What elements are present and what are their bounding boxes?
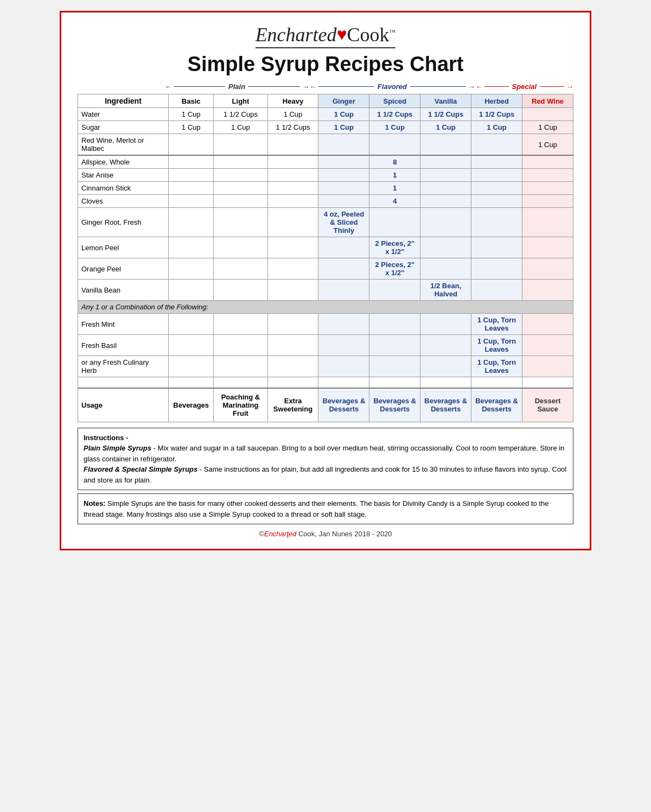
table-cell bbox=[168, 195, 213, 208]
table-cell bbox=[369, 356, 420, 377]
logo-encharted: Encharted bbox=[256, 24, 337, 46]
table-row: Ginger Root, Fresh4 oz, Peeled & Sliced … bbox=[78, 208, 573, 237]
table-cell bbox=[522, 155, 573, 169]
th-herbed: Herbed bbox=[471, 94, 522, 108]
main-table: Ingredient Basic Light Heavy Ginger Spic… bbox=[78, 94, 573, 422]
table-cell bbox=[168, 134, 213, 156]
table-cell bbox=[420, 314, 471, 335]
table-cell: Cloves bbox=[78, 195, 169, 208]
table-cell bbox=[267, 237, 318, 258]
table-cell bbox=[522, 208, 573, 237]
flavored-arrow: ← Flavored → bbox=[309, 83, 475, 91]
table-cell bbox=[471, 237, 522, 258]
usage-cell: Extra Sweetening bbox=[267, 388, 318, 422]
table-cell bbox=[318, 134, 369, 156]
table-cell bbox=[214, 314, 267, 335]
table-cell bbox=[214, 258, 267, 280]
table-cell bbox=[168, 208, 213, 237]
table-cell bbox=[420, 237, 471, 258]
table-cell: Red Wine, Merlot or Malbec bbox=[78, 134, 169, 156]
logo-heart: ♥ bbox=[337, 24, 347, 44]
table-cell: Allspice, Whole bbox=[78, 155, 169, 169]
table-cell bbox=[214, 280, 267, 301]
table-cell bbox=[168, 356, 213, 377]
table-cell: 1 Cup bbox=[214, 121, 267, 134]
table-cell bbox=[522, 335, 573, 356]
table-cell bbox=[267, 280, 318, 301]
table-cell bbox=[471, 280, 522, 301]
arrow-row: ← Plain → ← Flavored → ← Special → bbox=[78, 83, 573, 94]
table-row: Sugar1 Cup1 Cup1 1/2 Cups1 Cup1 Cup1 Cup… bbox=[78, 121, 573, 134]
table-cell bbox=[168, 314, 213, 335]
herb-row: or any Fresh Culinary Herb1 Cup, Torn Le… bbox=[78, 356, 573, 377]
spacer-cell bbox=[471, 377, 522, 388]
spacer-cell bbox=[214, 377, 267, 388]
table-cell bbox=[168, 182, 213, 195]
table-cell bbox=[318, 169, 369, 182]
logo: Encharted♥Cook™ bbox=[256, 23, 396, 48]
table-cell: 1 bbox=[369, 169, 420, 182]
table-row: Water1 Cup1 1/2 Cups1 Cup1 Cup1 1/2 Cups… bbox=[78, 108, 573, 121]
instructions-box: Instructions - Plain Simple Syrups - Mix… bbox=[78, 428, 573, 491]
section-note-row: Any 1 or a Combination of the Following: bbox=[78, 301, 573, 314]
table-cell: 1 Cup bbox=[168, 121, 213, 134]
table-cell: Lemon Peel bbox=[78, 237, 169, 258]
table-cell bbox=[420, 258, 471, 280]
usage-cell: Poaching & Marinating Fruit bbox=[214, 388, 267, 422]
table-cell bbox=[318, 237, 369, 258]
table-cell: 1 Cup bbox=[420, 121, 471, 134]
notes-box: Notes: Simple Syrups are the basis for m… bbox=[78, 493, 573, 524]
table-cell bbox=[420, 208, 471, 237]
table-cell bbox=[214, 335, 267, 356]
table-cell bbox=[267, 195, 318, 208]
table-cell bbox=[267, 134, 318, 156]
table-cell bbox=[318, 280, 369, 301]
table-cell bbox=[471, 258, 522, 280]
table-cell bbox=[420, 335, 471, 356]
table-cell bbox=[214, 237, 267, 258]
table-cell: 1 Cup bbox=[522, 134, 573, 156]
page: Encharted♥Cook™ Simple Syrup Recipes Cha… bbox=[60, 11, 591, 550]
table-cell bbox=[522, 356, 573, 377]
table-cell: 1 1/2 Cups bbox=[267, 121, 318, 134]
table-cell: or any Fresh Culinary Herb bbox=[78, 356, 169, 377]
table-cell: Orange Peel bbox=[78, 258, 169, 280]
table-cell bbox=[522, 195, 573, 208]
table-cell: 8 bbox=[369, 155, 420, 169]
table-cell bbox=[522, 280, 573, 301]
logo-cook: Cook bbox=[347, 24, 390, 46]
table-cell bbox=[471, 182, 522, 195]
table-cell bbox=[267, 208, 318, 237]
th-vanilla: Vanilla bbox=[420, 94, 471, 108]
table-cell bbox=[420, 182, 471, 195]
table-cell bbox=[471, 195, 522, 208]
table-cell: 1 bbox=[369, 182, 420, 195]
spacer-cell bbox=[267, 377, 318, 388]
table-cell bbox=[214, 208, 267, 237]
th-redwine: Red Wine bbox=[522, 94, 573, 108]
table-row: Lemon Peel2 Pieces, 2" x 1/2" bbox=[78, 237, 573, 258]
table-cell: 1 Cup bbox=[168, 108, 213, 121]
table-cell bbox=[267, 335, 318, 356]
table-cell: 1 1/2 Cups bbox=[214, 108, 267, 121]
footer-copyright: ©Encharted Cook, Jan Nunes 2018 - 2020 bbox=[259, 530, 392, 538]
table-cell bbox=[420, 134, 471, 156]
instructions-title: Instructions - bbox=[84, 434, 128, 442]
table-cell bbox=[420, 169, 471, 182]
table-cell bbox=[168, 169, 213, 182]
table-cell bbox=[369, 314, 420, 335]
table-cell bbox=[214, 169, 267, 182]
table-cell bbox=[168, 258, 213, 280]
table-cell bbox=[214, 155, 267, 169]
table-cell bbox=[318, 335, 369, 356]
table-cell: Star Anise bbox=[78, 169, 169, 182]
table-cell bbox=[214, 134, 267, 156]
table-cell bbox=[369, 208, 420, 237]
usage-cell: Beverages bbox=[168, 388, 213, 422]
table-cell bbox=[420, 155, 471, 169]
spacer-cell bbox=[168, 377, 213, 388]
table-cell bbox=[471, 208, 522, 237]
table-cell bbox=[318, 195, 369, 208]
table-cell bbox=[267, 258, 318, 280]
table-cell bbox=[214, 356, 267, 377]
